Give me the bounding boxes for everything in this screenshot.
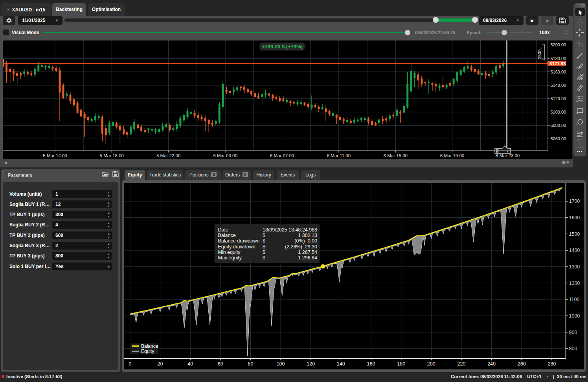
svg-text:0: 0 (129, 361, 131, 367)
svg-text:6 Mar 11:00: 6 Mar 11:00 (327, 153, 351, 158)
svg-text:5171.93: 5171.93 (549, 61, 566, 66)
svg-text:5180.00: 5180.00 (551, 56, 566, 61)
svg-text:180: 180 (397, 361, 405, 367)
svg-text:Date: Date (218, 227, 228, 233)
svg-text:5060.00: 5060.00 (551, 136, 566, 141)
svg-text:120: 120 (307, 361, 315, 367)
svg-text:5100.00: 5100.00 (551, 110, 566, 114)
svg-text:$: $ (263, 255, 265, 261)
svg-text:(0%) 0.00: (0%) 0.00 (294, 238, 317, 244)
svg-text:1000: 1000 (569, 313, 580, 319)
svg-text:1700: 1700 (569, 198, 580, 204)
svg-text:$: $ (263, 238, 265, 244)
svg-text:260: 260 (518, 361, 526, 367)
svg-text:E: E (581, 77, 583, 81)
svg-text:240: 240 (487, 361, 496, 367)
svg-text:5080.00: 5080.00 (551, 123, 566, 128)
svg-text:1 267.54: 1 267.54 (298, 250, 317, 255)
svg-text:Balance: Balance (218, 233, 236, 238)
svg-text:220: 220 (457, 361, 465, 367)
svg-text:6 Mar 15:00: 6 Mar 15:00 (384, 153, 408, 158)
svg-text:200: 200 (427, 361, 435, 367)
svg-text:6 Mar 03:00: 6 Mar 03:00 (213, 153, 237, 158)
svg-text:6 Mar 07:00: 6 Mar 07:00 (270, 153, 294, 158)
svg-text:5160.00: 5160.00 (551, 70, 566, 74)
svg-text:5140.00: 5140.00 (551, 83, 566, 88)
svg-text:5120.00: 5120.00 (551, 96, 566, 101)
svg-text:$: $ (263, 233, 265, 238)
svg-text:1200: 1200 (569, 281, 580, 286)
svg-text:1 302.13: 1 302.13 (298, 233, 317, 238)
svg-text:100: 100 (277, 361, 285, 367)
svg-text:1300: 1300 (569, 264, 580, 270)
svg-text:Max equity: Max equity (218, 255, 242, 261)
svg-text:5 Mar 18:00: 5 Mar 18:00 (100, 153, 124, 158)
svg-text:Equity: Equity (141, 349, 154, 354)
svg-text:1500: 1500 (569, 231, 580, 237)
svg-text:1 296.84: 1 296.84 (298, 255, 317, 261)
svg-text:900: 900 (569, 330, 577, 335)
svg-text:40: 40 (187, 361, 193, 367)
svg-text:$: $ (263, 250, 265, 255)
svg-text:280: 280 (548, 361, 556, 367)
svg-text:Equity drawdown: Equity drawdown (218, 244, 255, 250)
svg-text:F: F (581, 99, 582, 103)
svg-text:1400: 1400 (569, 248, 580, 253)
svg-text:18/09/2025 13:48:24.988: 18/09/2025 13:48:24.988 (263, 227, 317, 233)
svg-text:2500…: 2500… (537, 45, 542, 59)
svg-text:5 Mar 22:00: 5 Mar 22:00 (156, 153, 180, 158)
svg-text:1100: 1100 (569, 297, 580, 302)
svg-text:80: 80 (248, 361, 254, 367)
svg-text:$: $ (263, 244, 265, 250)
svg-text:1600: 1600 (569, 215, 580, 220)
svg-text:Balance: Balance (141, 343, 158, 349)
svg-text:6 Mar 19:00: 6 Mar 19:00 (440, 153, 464, 158)
svg-text:60: 60 (218, 361, 223, 367)
svg-text:5 Mar 14:00: 5 Mar 14:00 (43, 153, 67, 158)
svg-text:20: 20 (158, 361, 163, 367)
svg-text:Balance drawdown: Balance drawdown (218, 238, 260, 244)
svg-text:8 Mar 23:00: 8 Mar 23:00 (496, 153, 520, 158)
svg-text:5200.00: 5200.00 (551, 42, 566, 47)
svg-text:(2.26%) 29.30: (2.26%) 29.30 (285, 244, 317, 250)
svg-text:140: 140 (337, 361, 345, 367)
svg-text:160: 160 (367, 361, 375, 367)
svg-text:+789.20 $ (+79%): +789.20 $ (+79%) (262, 44, 303, 50)
svg-text:800: 800 (569, 346, 577, 351)
svg-text:Min equity: Min equity (218, 250, 241, 255)
